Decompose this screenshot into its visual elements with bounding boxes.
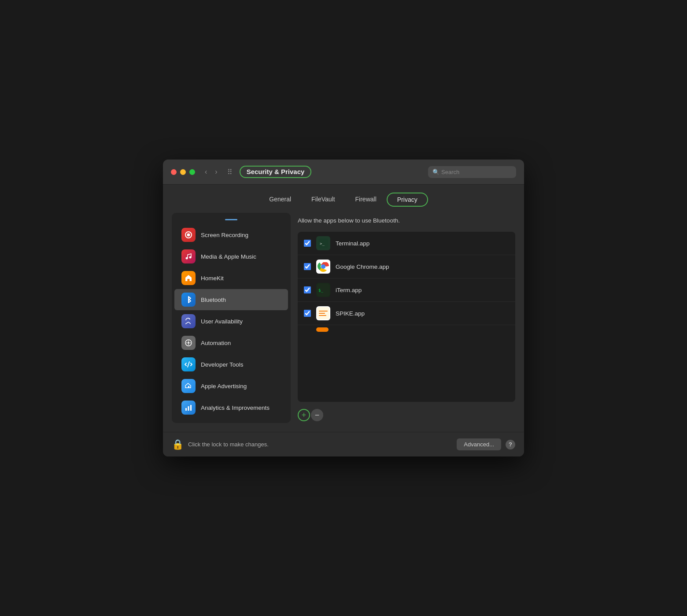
bluetooth-description: Allow the apps below to use Bluetooth. [298, 213, 515, 226]
add-button[interactable]: + [298, 409, 310, 421]
sidebar-item-media-music[interactable]: Media & Apple Music [174, 246, 288, 267]
sidebar-label-apple-advertising: Apple Advertising [201, 383, 247, 390]
sidebar-label-homekit: HomeKit [201, 275, 224, 282]
back-button[interactable]: ‹ [202, 167, 210, 177]
svg-rect-7 [185, 408, 187, 411]
tab-privacy[interactable]: Privacy [387, 193, 428, 207]
app-row-chrome: Google Chrome.app [298, 255, 515, 278]
main-content: Screen Recording Media & Apple Music [163, 213, 524, 432]
sidebar-label-bluetooth: Bluetooth [201, 297, 226, 303]
spike-app-name: SPIKE.app [336, 310, 365, 317]
partial-app-icon [316, 327, 329, 332]
chrome-checkbox[interactable] [304, 263, 311, 270]
svg-point-1 [187, 234, 190, 237]
help-button[interactable]: ? [506, 440, 515, 449]
spike-app-icon [316, 306, 330, 320]
scroll-line [225, 219, 237, 220]
sidebar-label-user-availability: User Availability [201, 318, 243, 325]
sidebar-label-developer-tools: Developer Tools [201, 361, 244, 368]
svg-text:>_: >_ [320, 241, 325, 246]
svg-rect-20 [319, 315, 326, 316]
app-row-spike: SPIKE.app [298, 302, 515, 325]
terminal-checkbox[interactable] [304, 240, 311, 247]
window-title-oval: Security & Privacy [240, 166, 312, 178]
chrome-app-name: Google Chrome.app [336, 263, 389, 270]
iterm-app-name: iTerm.app [336, 287, 362, 293]
sidebar-item-developer-tools[interactable]: Developer Tools [174, 354, 288, 375]
svg-text:$_: $_ [318, 288, 323, 293]
main-window: ‹ › ⠿ Security & Privacy 🔍 General FileV… [163, 160, 524, 456]
screen-recording-icon [181, 228, 196, 242]
nav-buttons: ‹ › [202, 167, 220, 177]
sidebar-item-bluetooth[interactable]: Bluetooth [174, 289, 288, 310]
apple-advertising-icon [181, 379, 196, 393]
tab-general[interactable]: General [259, 193, 301, 207]
user-availability-icon [181, 314, 196, 328]
developer-tools-icon [181, 357, 196, 371]
sidebar-item-screen-recording[interactable]: Screen Recording [174, 224, 288, 245]
terminal-app-icon: >_ [316, 236, 330, 250]
automation-icon [181, 336, 196, 350]
sidebar-item-user-availability[interactable]: User Availability [174, 311, 288, 332]
sidebar: Screen Recording Media & Apple Music [172, 213, 291, 423]
app-row-terminal: >_ Terminal.app [298, 232, 515, 255]
sidebar-label-analytics: Analytics & Improvements [201, 404, 270, 411]
lock-text: Click the lock to make changes. [188, 441, 269, 448]
svg-point-6 [188, 342, 189, 344]
sidebar-item-automation[interactable]: Automation [174, 332, 288, 353]
app-row-partial [298, 325, 515, 334]
sidebar-label-automation: Automation [201, 340, 231, 346]
svg-point-14 [321, 264, 325, 269]
svg-rect-9 [190, 405, 192, 411]
app-row-iterm: $_ iTerm.app [298, 278, 515, 302]
terminal-app-name: Terminal.app [336, 240, 369, 247]
add-remove-bar: + − [298, 407, 515, 423]
titlebar: ‹ › ⠿ Security & Privacy 🔍 [163, 160, 524, 185]
bluetooth-icon [181, 293, 196, 307]
svg-point-3 [189, 256, 192, 259]
minimize-button[interactable] [180, 169, 186, 175]
svg-rect-18 [319, 311, 328, 312]
chrome-app-icon [316, 260, 330, 274]
sidebar-item-analytics[interactable]: Analytics & Improvements [174, 397, 288, 418]
sidebar-label-screen-recording: Screen Recording [201, 232, 248, 238]
analytics-icon [181, 401, 196, 415]
apps-list-container: >_ Terminal.app [298, 232, 515, 402]
advanced-button[interactable]: Advanced... [457, 438, 501, 450]
tab-filevault[interactable]: FileVault [301, 193, 345, 207]
close-button[interactable] [171, 169, 177, 175]
svg-rect-19 [319, 313, 325, 314]
media-music-icon [181, 249, 196, 263]
search-wrapper: 🔍 [428, 166, 516, 178]
bottom-bar: 🔒 Click the lock to make changes. Advanc… [163, 432, 524, 456]
sidebar-item-homekit[interactable]: HomeKit [174, 267, 288, 289]
scroll-indicator [172, 217, 291, 224]
search-input[interactable] [428, 166, 516, 178]
sidebar-item-apple-advertising[interactable]: Apple Advertising [174, 375, 288, 397]
window-title-area: Security & Privacy [240, 166, 312, 178]
homekit-icon [181, 271, 196, 285]
svg-rect-4 [188, 279, 190, 281]
iterm-app-icon: $_ [316, 283, 330, 297]
traffic-lights [171, 169, 195, 175]
lock-icon: 🔒 [172, 439, 184, 450]
svg-rect-8 [188, 406, 189, 411]
maximize-button[interactable] [189, 169, 195, 175]
svg-point-2 [186, 257, 188, 260]
tab-bar: General FileVault Firewall Privacy [163, 185, 524, 213]
right-panel: Allow the apps below to use Bluetooth. >… [298, 213, 515, 423]
iterm-checkbox[interactable] [304, 286, 311, 293]
forward-button[interactable]: › [212, 167, 220, 177]
tab-firewall[interactable]: Firewall [345, 193, 387, 207]
window-title: Security & Privacy [247, 168, 305, 175]
sidebar-label-media-music: Media & Apple Music [201, 253, 256, 260]
spike-checkbox[interactable] [304, 310, 311, 317]
search-icon: 🔍 [432, 169, 440, 175]
app-grid-icon: ⠿ [227, 168, 233, 176]
remove-button[interactable]: − [311, 409, 323, 421]
